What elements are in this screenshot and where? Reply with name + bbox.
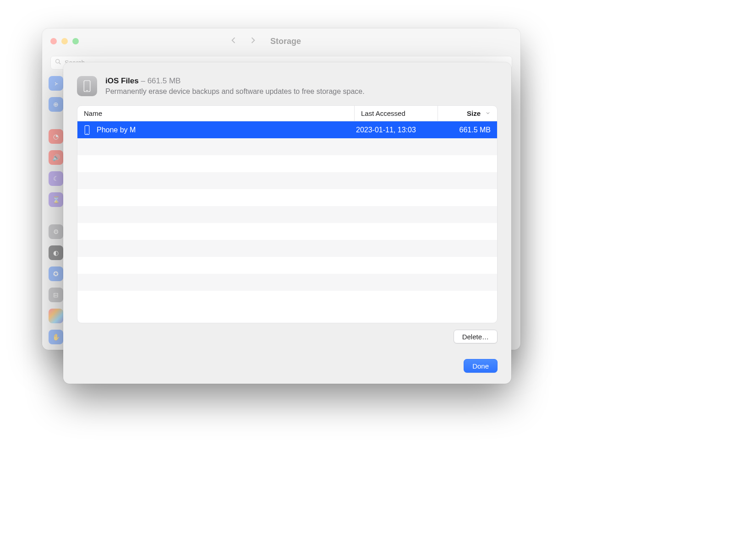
sheet-title-line: iOS Files – 661.5 MB — [105, 76, 365, 87]
table-header: Name Last Accessed Size — [77, 106, 497, 121]
traffic-lights — [50, 38, 79, 44]
sidebar-siri-icon[interactable] — [49, 309, 63, 323]
row-last-accessed: 2023-01-11, 13:03 — [354, 126, 438, 134]
sidebar-general-icon[interactable]: ⚙ — [49, 224, 63, 239]
column-header-name[interactable]: Name — [77, 106, 354, 121]
back-button[interactable] — [229, 36, 238, 47]
svg-point-5 — [87, 133, 88, 134]
sidebar-accessibility-icon[interactable]: ✪ — [49, 266, 63, 281]
sidebar-control-center-icon[interactable]: ⊟ — [49, 288, 63, 302]
minimize-window-button[interactable] — [61, 38, 68, 44]
ios-files-sheet: iOS Files – 661.5 MB Permanently erase d… — [63, 62, 511, 384]
table-body: Phone by M2023-01-11, 13:03661.5 MB — [77, 121, 497, 323]
column-header-size[interactable]: Size — [438, 106, 497, 121]
svg-rect-4 — [85, 125, 89, 134]
table-row-empty — [77, 172, 497, 189]
row-name: Phone by M — [97, 126, 136, 134]
svg-rect-2 — [84, 81, 90, 92]
table-row-empty — [77, 206, 497, 223]
search-icon — [55, 58, 62, 67]
table-row-empty — [77, 155, 497, 172]
table-row-empty — [77, 240, 497, 257]
device-icon — [84, 125, 90, 135]
forward-button[interactable] — [248, 36, 257, 47]
sidebar-network-icon[interactable]: ⊕ — [49, 97, 63, 112]
ios-files-icon — [77, 76, 97, 96]
sheet-size-summary: 661.5 MB — [148, 76, 181, 85]
table-row-empty — [77, 257, 497, 274]
page-title: Storage — [270, 37, 301, 46]
column-header-last-accessed[interactable]: Last Accessed — [354, 106, 438, 121]
close-window-button[interactable] — [50, 38, 57, 44]
sidebar-notifications-icon[interactable]: ◔ — [49, 129, 63, 144]
sheet-title: iOS Files — [105, 76, 139, 85]
table-row-empty — [77, 223, 497, 240]
sidebar-appearance-icon[interactable]: ◐ — [49, 245, 63, 260]
sidebar-privacy-icon[interactable]: ✋ — [49, 330, 63, 344]
sidebar-sound-icon[interactable]: 🔊 — [49, 150, 63, 165]
svg-point-0 — [56, 60, 60, 63]
table-row-empty — [77, 189, 497, 206]
sidebar: ᚛ ⊕ ◔ 🔊 ☾ ⌛ ⚙ ◐ ✪ ⊟ ✋ — [49, 76, 63, 344]
sheet-subtitle: Permanently erase device backups and sof… — [105, 87, 365, 96]
svg-line-1 — [59, 63, 60, 64]
column-header-size-label: Size — [467, 109, 481, 117]
chevron-down-icon — [485, 109, 491, 117]
delete-button[interactable]: Delete… — [454, 330, 498, 343]
sidebar-focus-icon[interactable]: ☾ — [49, 171, 63, 186]
table-row-empty — [77, 274, 497, 291]
files-table: Name Last Accessed Size Phone by M2023-0… — [77, 105, 498, 323]
table-row-empty — [77, 138, 497, 155]
done-button[interactable]: Done — [464, 359, 498, 373]
sheet-title-separator: – — [139, 76, 148, 85]
maximize-window-button[interactable] — [72, 38, 79, 44]
sidebar-screentime-icon[interactable]: ⌛ — [49, 192, 63, 207]
window-toolbar: Storage — [42, 28, 520, 54]
row-size: 661.5 MB — [438, 126, 491, 134]
table-row[interactable]: Phone by M2023-01-11, 13:03661.5 MB — [77, 121, 497, 138]
sidebar-bluetooth-icon[interactable]: ᚛ — [49, 76, 63, 91]
